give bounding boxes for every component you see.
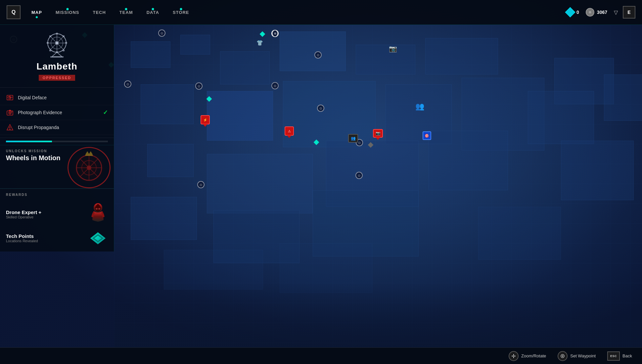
bottom-bar: Zoom/Rotate Set Waypoint ESC Back	[0, 347, 642, 364]
back-key[interactable]: ESC	[607, 351, 620, 361]
mission-marker-photo[interactable]: 📷	[373, 129, 383, 138]
reward-tech-title: Tech Points	[6, 233, 85, 239]
mission-check-photograph: ✓	[103, 109, 108, 116]
back-label: Back	[622, 353, 632, 358]
mission-label-photograph: Photograph Evidence	[18, 110, 99, 115]
nav-item-tech[interactable]: TECH	[87, 7, 112, 18]
reward-tech-text: Tech Points Locations Revealed	[6, 233, 85, 243]
waypoint-key[interactable]	[558, 351, 568, 361]
mission-label-deface: Digital Deface	[18, 95, 108, 100]
person-icon-map: 👕	[256, 40, 263, 46]
svg-marker-40	[85, 151, 93, 156]
svg-rect-7	[56, 33, 58, 34]
nav-item-team[interactable]: TEAM	[114, 7, 139, 18]
mission-icon-deface	[6, 94, 14, 102]
city-blocks	[114, 25, 642, 347]
nav-logo[interactable]: Q	[7, 5, 21, 19]
svg-point-27	[9, 112, 11, 114]
nav-dropdown-arrow[interactable]: ▽	[614, 9, 618, 16]
diamond-marker-5	[314, 140, 318, 144]
reward-item-tech-points: Tech Points Locations Revealed	[0, 229, 114, 248]
metro-icon-4[interactable]: ⊙	[271, 82, 279, 89]
zoom-rotate-key[interactable]	[509, 351, 519, 361]
reward-item-drone-expert: Drone Expert + Skilled Operative	[0, 200, 114, 229]
nav-item-data[interactable]: DATA	[141, 7, 165, 18]
zoom-rotate-label: Zoom/Rotate	[521, 353, 546, 358]
metro-icon-2[interactable]: ⊙	[158, 29, 165, 37]
diamond-marker-3	[207, 97, 211, 101]
rewards-section: REWARDS Drone Expert + Skilled Operative	[0, 189, 114, 251]
mission-icon-disrupt	[6, 123, 14, 131]
diamond-marker-6	[369, 143, 373, 147]
rewards-label: REWARDS	[0, 193, 114, 200]
waypoint-label: Set Waypoint	[570, 353, 596, 358]
mission-marker-1[interactable]: ⚡	[201, 115, 210, 124]
ferris-wheel-bg	[68, 147, 111, 188]
metro-icon-3[interactable]: ⊙	[195, 82, 203, 90]
svg-rect-28	[9, 110, 11, 111]
mission-marker-group[interactable]: 👥	[348, 134, 358, 143]
mission-icon-photograph	[6, 109, 14, 116]
nav-item-map[interactable]: MAP	[25, 7, 48, 18]
unlocks-section: UNLOCKS MISSION Wheels in Motion	[0, 145, 114, 188]
currency-coins: ⊙ 3067	[586, 8, 607, 17]
mission-item-digital-deface[interactable]: Digital Deface	[0, 90, 114, 105]
svg-point-43	[96, 208, 98, 210]
nav-item-missions[interactable]: MISSIONS	[50, 7, 85, 18]
metro-icon-5[interactable]: ⊙	[314, 51, 322, 59]
svg-rect-9	[47, 42, 49, 44]
mission-item-photograph[interactable]: Photograph Evidence ✓	[0, 105, 114, 120]
district-header: Lambeth OPPRESSED	[0, 25, 114, 88]
svg-point-32	[10, 129, 11, 130]
currency-diamonds: 0	[567, 9, 579, 16]
control-set-waypoint: Set Waypoint	[558, 351, 596, 361]
metro-icon-8[interactable]: ⊙	[197, 181, 205, 188]
mission-item-disrupt[interactable]: Disrupt Propaganda	[0, 120, 114, 135]
mission-label-disrupt: Disrupt Propaganda	[18, 125, 108, 130]
reward-drone-text: Drone Expert + Skilled Operative	[6, 209, 85, 219]
photo-icon-map[interactable]: 📷	[389, 45, 397, 53]
progress-bar-background	[6, 141, 108, 142]
reward-drone-title: Drone Expert +	[6, 209, 85, 215]
group-icon-map[interactable]: 👥	[415, 102, 424, 111]
metro-icon-6[interactable]: ⊙	[317, 105, 324, 112]
svg-point-55	[562, 355, 563, 357]
nav-items: MAP MISSIONS TECH TEAM DATA STORE	[25, 7, 567, 18]
missions-list: Digital Deface Photograph Evidence ✓	[0, 88, 114, 138]
svg-rect-12	[63, 50, 65, 51]
mission-marker-blue[interactable]: 🎯	[423, 131, 431, 140]
metro-icon-1[interactable]: ⊙	[271, 30, 279, 37]
reward-drone-icon	[88, 202, 108, 227]
mission-marker-2[interactable]: ⚠	[285, 126, 294, 136]
svg-line-15	[52, 52, 57, 57]
district-status: OPPRESSED	[39, 75, 75, 81]
svg-point-44	[98, 208, 100, 210]
diamond-marker-4	[260, 32, 264, 36]
ferris-wheel-icon	[44, 31, 70, 58]
metro-icon-7[interactable]: ⊙	[124, 80, 131, 88]
svg-rect-18	[50, 56, 64, 58]
svg-rect-11	[49, 35, 51, 37]
reward-tech-subtitle: Locations Revealed	[6, 239, 85, 243]
svg-rect-29	[11, 112, 12, 112]
control-back: ESC Back	[607, 351, 632, 361]
svg-line-16	[57, 52, 62, 57]
svg-rect-21	[8, 96, 10, 97]
svg-rect-14	[49, 50, 51, 51]
svg-rect-13	[63, 35, 65, 37]
svg-rect-10	[65, 42, 67, 44]
reward-drone-subtitle: Skilled Operative	[6, 215, 85, 219]
nav-right: 0 ⊙ 3067 ▽	[567, 8, 618, 17]
reward-tech-icon	[88, 231, 108, 246]
svg-rect-51	[514, 356, 516, 356]
top-nav-bar: Q MAP MISSIONS TECH TEAM DATA STORE 0	[0, 0, 642, 25]
progress-area	[0, 138, 114, 145]
progress-bar-fill	[6, 141, 52, 142]
svg-rect-50	[512, 356, 513, 356]
metro-icon-9[interactable]: ⊙	[355, 172, 363, 179]
left-panel: Lambeth OPPRESSED Digital Deface	[0, 25, 114, 251]
nav-e-button[interactable]: E	[623, 6, 635, 19]
district-name: Lambeth	[7, 61, 107, 72]
nav-item-store[interactable]: STORE	[167, 7, 195, 18]
svg-rect-52	[513, 354, 514, 356]
